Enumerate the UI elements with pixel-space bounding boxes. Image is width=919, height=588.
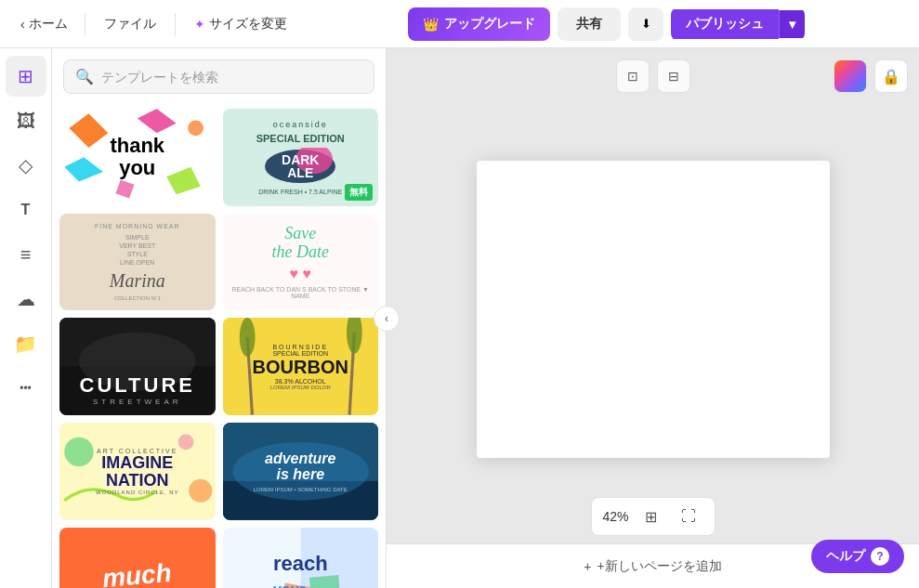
search-input[interactable] bbox=[101, 70, 362, 85]
layout-icon: ⊞ bbox=[18, 65, 33, 87]
culture-subtitle: STREETWEAR bbox=[59, 398, 216, 406]
collapse-icon: ‹ bbox=[385, 312, 388, 325]
fullscreen-button[interactable]: ⛶ bbox=[674, 502, 703, 531]
publish-chevron-button[interactable]: ▾ bbox=[779, 10, 805, 38]
reach-text: reachyour bbox=[273, 552, 328, 588]
template-card-culture[interactable]: CULTURE STREETWEAR bbox=[59, 318, 216, 415]
back-icon: ‹ bbox=[20, 17, 25, 32]
add-page-label: +新しいページを追加 bbox=[597, 558, 722, 575]
much-text: much bbox=[101, 558, 173, 588]
page-icon-2: ⊟ bbox=[668, 69, 679, 84]
template-card-thank-you[interactable]: thankyou bbox=[59, 109, 216, 206]
templates-panel: 🔍 thankyou bbox=[52, 48, 387, 588]
grid-icon: ⊞ bbox=[645, 508, 657, 526]
page-action-button-1[interactable]: ⊡ bbox=[616, 59, 650, 93]
download-button[interactable]: ⬇ bbox=[628, 7, 663, 41]
publish-button[interactable]: パブリッシュ bbox=[671, 9, 779, 39]
svg-rect-5 bbox=[115, 179, 134, 198]
svg-marker-0 bbox=[69, 113, 108, 148]
marina-top-text: FINE MORNING WEAR bbox=[95, 223, 180, 229]
image-icon: 🖼 bbox=[17, 111, 35, 132]
share-button[interactable]: 共有 bbox=[558, 7, 621, 41]
sidebar-item-cloud[interactable]: ☁ bbox=[6, 279, 46, 320]
help-label: ヘルプ bbox=[826, 548, 865, 565]
pattern-icon: ≡ bbox=[20, 244, 32, 266]
topbar: ‹ ホーム ファイル ✦ サイズを変更 👑 アップグレード 共有 ⬇ パブリッシ… bbox=[0, 0, 919, 48]
free-badge: 無料 bbox=[345, 184, 373, 201]
dark-ale-shape: DARK ALE bbox=[263, 148, 337, 185]
zoom-level: 42% bbox=[602, 509, 628, 524]
canvas-page-actions: ⊡ ⊟ bbox=[616, 59, 690, 93]
adventure-text: adventureis here LOREM IPSUM • SOMETHING… bbox=[246, 443, 355, 500]
folder-icon: 📁 bbox=[14, 333, 37, 355]
thank-you-text: thankyou bbox=[110, 135, 164, 179]
templates-panel-wrapper: 🔍 thankyou bbox=[52, 48, 387, 588]
text-icon: T bbox=[21, 202, 31, 218]
save-date-desc: REACH BACK TO DAN S BACK TO STONE ▼ NAME bbox=[230, 286, 372, 299]
template-card-dark-ale[interactable]: oceanside SPECIAL EDITION DARK ALE DRINK… bbox=[223, 109, 379, 206]
add-page-plus-icon: + bbox=[584, 559, 591, 574]
bourbon-special: SPECIAL EDITION bbox=[253, 350, 348, 357]
adventure-title: adventureis here bbox=[254, 451, 348, 483]
color-button[interactable] bbox=[834, 59, 867, 93]
template-card-much[interactable]: much bbox=[59, 528, 216, 588]
dark-ale-desc: DRINK FRESH • 7.5 ALPINE bbox=[258, 189, 342, 195]
home-label: ホーム bbox=[29, 16, 68, 33]
bourbon-header: BOURNSIDE bbox=[253, 344, 348, 350]
sidebar-item-shapes[interactable]: ◇ bbox=[6, 145, 46, 186]
dark-ale-header: oceanside bbox=[273, 120, 328, 129]
sidebar-item-text[interactable]: T bbox=[6, 189, 46, 230]
search-bar: 🔍 bbox=[52, 48, 386, 101]
svg-point-4 bbox=[188, 121, 203, 137]
sidebar-item-folder[interactable]: 📁 bbox=[6, 323, 46, 364]
canvas-page[interactable] bbox=[477, 161, 830, 458]
topbar-left: ‹ ホーム ファイル ✦ サイズを変更 bbox=[11, 10, 298, 38]
color-gradient bbox=[834, 60, 866, 92]
upgrade-button[interactable]: 👑 アップグレード bbox=[408, 7, 550, 41]
bourbon-alcohol: 38.3% ALCOHOL bbox=[253, 378, 348, 385]
template-card-reach[interactable]: reachyour bbox=[223, 528, 379, 588]
lock-button[interactable]: 🔒 bbox=[874, 59, 908, 93]
canvas-area: 🔒 ⊡ ⊟ 42% ⊞ ⛶ + bbox=[387, 48, 919, 588]
upgrade-label: アップグレード bbox=[444, 16, 535, 33]
sidebar-item-pattern[interactable]: ≡ bbox=[6, 234, 46, 275]
publish-button-wrap: パブリッシュ ▾ bbox=[671, 7, 805, 41]
imagine-content: ART COLLECTIVE IMAGINENATION WOODLAND CI… bbox=[96, 448, 179, 495]
upgrade-icon: 👑 bbox=[423, 17, 439, 32]
collapse-panel-button[interactable]: ‹ bbox=[374, 306, 400, 332]
grid-view-button[interactable]: ⊞ bbox=[637, 502, 666, 531]
template-card-adventure[interactable]: adventureis here LOREM IPSUM • SOMETHING… bbox=[223, 423, 379, 520]
template-card-imagine[interactable]: ART COLLECTIVE IMAGINENATION WOODLAND CI… bbox=[59, 423, 216, 520]
back-home-button[interactable]: ‹ ホーム bbox=[11, 10, 77, 38]
main-area: ⊞ 🖼 ◇ T ≡ ☁ 📁 ••• 🔍 bbox=[0, 48, 919, 588]
save-date-text: Savethe Date bbox=[272, 225, 329, 262]
sidebar-item-image[interactable]: 🖼 bbox=[6, 100, 46, 141]
search-icon: 🔍 bbox=[75, 68, 94, 85]
resize-button[interactable]: ✦ サイズを変更 bbox=[183, 10, 298, 38]
resize-icon: ✦ bbox=[194, 17, 205, 32]
sidebar-item-layout[interactable]: ⊞ bbox=[6, 56, 46, 97]
shapes-icon: ◇ bbox=[19, 154, 33, 176]
more-icon: ••• bbox=[20, 382, 32, 395]
search-input-wrap: 🔍 bbox=[63, 59, 374, 94]
page-icon-1: ⊡ bbox=[627, 69, 638, 84]
help-button[interactable]: ヘルプ ? bbox=[811, 540, 904, 573]
save-date-hearts: ♥ ♥ bbox=[290, 266, 311, 282]
divider2 bbox=[175, 13, 176, 35]
svg-point-17 bbox=[189, 479, 212, 503]
canvas-toolbar: 🔒 bbox=[834, 59, 908, 93]
svg-point-18 bbox=[178, 435, 194, 451]
file-button[interactable]: ファイル bbox=[93, 10, 167, 38]
bourbon-desc: LOREM IPSUM DOLOR bbox=[253, 385, 348, 390]
bottom-toolbar: 42% ⊞ ⛶ bbox=[590, 497, 715, 536]
lock-icon: 🔒 bbox=[882, 68, 900, 85]
sidebar-item-more[interactable]: ••• bbox=[6, 368, 46, 409]
template-card-marina[interactable]: FINE MORNING WEAR SIMPLEVERY BESTSTYLELI… bbox=[59, 214, 216, 311]
culture-text-block: CULTURE STREETWEAR bbox=[59, 373, 216, 406]
topbar-center: 👑 アップグレード 共有 ⬇ パブリッシュ ▾ bbox=[306, 7, 908, 41]
template-card-bourbon[interactable]: BOURNSIDE SPECIAL EDITION BOURBON 38.3% … bbox=[223, 318, 379, 415]
bourbon-content: BOURNSIDE SPECIAL EDITION BOURBON 38.3% … bbox=[253, 344, 348, 390]
resize-label: サイズを変更 bbox=[209, 16, 287, 33]
page-action-button-2[interactable]: ⊟ bbox=[657, 59, 690, 93]
template-card-save-date[interactable]: Savethe Date ♥ ♥ REACH BACK TO DAN S BAC… bbox=[223, 214, 379, 311]
